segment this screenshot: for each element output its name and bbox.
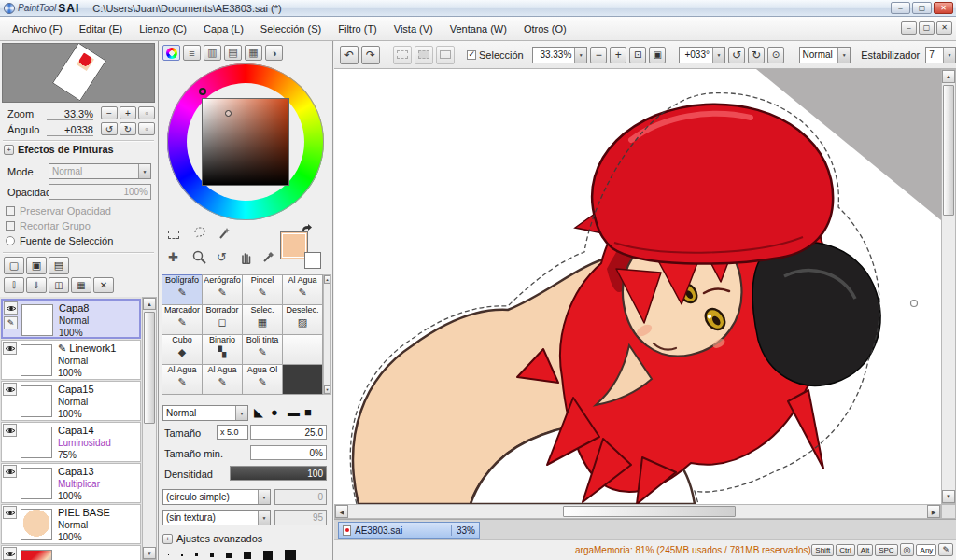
layer-list-scrollbar[interactable]: ▲ ▼ [142, 297, 157, 560]
zoom-in-button[interactable]: + [610, 47, 626, 63]
nib-chisel-icon[interactable]: ▬ [288, 405, 300, 419]
new-layer-button[interactable]: ▢ [4, 257, 24, 274]
nav-zoom-value[interactable]: 33.3% [47, 108, 93, 120]
doc-close-button[interactable]: ✕ [936, 21, 952, 35]
rect-select-tool[interactable] [168, 230, 179, 241]
hue-indicator[interactable] [199, 88, 206, 95]
color-wheel-tab[interactable] [162, 45, 180, 61]
brush-size-preset[interactable] [226, 553, 232, 558]
crop-selection-button[interactable] [436, 46, 455, 64]
tool-selec[interactable]: Selec.▦ [242, 304, 283, 335]
eye-icon[interactable] [3, 383, 17, 396]
nav-zoom-out-button[interactable]: − [101, 106, 118, 119]
canvas[interactable] [334, 69, 941, 504]
menu-vista[interactable]: Vista (V) [386, 20, 442, 38]
sv-indicator[interactable] [225, 110, 232, 117]
size-step-box[interactable]: x 5.0 [217, 425, 248, 440]
eye-icon[interactable] [3, 506, 17, 519]
scroll-down-icon[interactable]: ▼ [324, 385, 330, 394]
color-mixer-tab[interactable]: ▤ [224, 45, 242, 61]
doc-restore-button[interactable]: ▢ [919, 21, 935, 35]
brush-texture-select[interactable]: (sin textura) ▼ [162, 510, 271, 525]
zoom-original-button[interactable]: ▣ [649, 47, 666, 63]
brush-size-preset[interactable] [168, 554, 169, 555]
shift-key-badge[interactable]: Shift [811, 544, 834, 556]
lasso-tool[interactable] [192, 226, 207, 242]
density-slider[interactable]: 100 [230, 466, 327, 481]
merge-down-button[interactable]: ⇓ [26, 277, 47, 293]
clip-group-checkbox[interactable] [6, 221, 15, 231]
hand-tool[interactable] [239, 250, 253, 266]
effects-opacity-slider[interactable]: 100% [49, 184, 151, 200]
tool-pincel[interactable]: Pincel✎ [242, 274, 283, 305]
effects-collapse-button[interactable]: + [4, 145, 14, 155]
min-size-slider[interactable]: 0% [250, 445, 327, 460]
menu-ventana[interactable]: Ventana (W) [442, 20, 515, 38]
angle-combo[interactable]: +033° ▼ [679, 47, 725, 63]
device-mode-badge[interactable]: Any [916, 544, 936, 556]
layer-row-partial[interactable] [1, 545, 141, 560]
sv-square[interactable] [202, 98, 289, 186]
brush-size-preset[interactable] [181, 554, 183, 556]
transfer-down-button[interactable]: ⇩ [4, 277, 24, 293]
nav-zoom-reset-button[interactable]: ▫ [138, 106, 155, 119]
paint-target-icon[interactable]: ✎ [4, 316, 18, 329]
pen-mode-icon[interactable]: ✎ [938, 543, 953, 556]
zoom-out-button[interactable]: − [590, 47, 607, 63]
selection-visible-checkbox[interactable]: ✓ [467, 50, 476, 60]
ctrl-key-badge[interactable]: Ctrl [836, 544, 854, 556]
scroll-down-icon[interactable]: ▼ [942, 490, 955, 503]
scroll-right-icon[interactable]: ▶ [927, 505, 940, 518]
canvas-vscrollbar[interactable]: ▲ ▼ [941, 69, 956, 504]
space-key-badge[interactable]: SPC [875, 544, 897, 556]
brush-shape-select[interactable]: (círculo simple) ▼ [162, 489, 271, 505]
nib-flat-icon[interactable]: ◣ [254, 405, 263, 419]
rotate-reset-button[interactable]: ⊙ [767, 47, 784, 63]
brush-size-preset[interactable] [244, 552, 251, 559]
effects-mode-select[interactable]: Normal ▼ [49, 163, 151, 179]
maximize-button[interactable]: ▢ [912, 2, 932, 14]
new-linework-layer-button[interactable]: ▣ [26, 257, 47, 274]
brush-size-preset[interactable] [263, 551, 273, 560]
eye-icon[interactable] [3, 547, 17, 560]
scrollbar-thumb[interactable] [943, 85, 954, 216]
background-color-swatch[interactable] [304, 252, 321, 269]
nav-angle-value[interactable]: +0338 [47, 124, 93, 136]
menu-seleccion[interactable]: Selección (S) [252, 20, 330, 38]
tool-grid-scrollbar[interactable]: ▲ ▼ [323, 274, 331, 395]
tool-empty-slot[interactable] [282, 334, 323, 365]
document-tab[interactable]: AE3803.sai 33% [338, 522, 480, 539]
menu-lienzo[interactable]: Lienzo (C) [131, 20, 195, 38]
brush-texture-strength[interactable]: 95 [274, 510, 327, 525]
delete-layer-button[interactable]: ✕ [93, 277, 114, 293]
layer-row-capa14[interactable]: Capa14 Luminosidad 75% [1, 422, 141, 462]
scroll-up-icon[interactable]: ▲ [143, 298, 156, 310]
layer-row-piel-base[interactable]: PIEL BASE Normal 100% [1, 504, 141, 544]
layer-row-linework1[interactable]: ✎ Linework1 Normal 100% [1, 340, 141, 380]
rotate-view-tool[interactable]: ↺ [217, 250, 227, 264]
nav-rotate-ccw-button[interactable]: ↺ [101, 122, 118, 135]
layer-row-capa8[interactable]: ✎ Capa8 Normal 100% [1, 299, 141, 339]
tool-aerografo[interactable]: Aerógrafo✎ [202, 274, 243, 305]
tool-al-agua-3[interactable]: Al Agua✎ [202, 364, 243, 395]
advanced-expand-button[interactable]: + [162, 534, 173, 544]
new-folder-button[interactable]: ▤ [49, 257, 69, 274]
menu-editar[interactable]: Editar (E) [71, 20, 131, 38]
menu-archivo[interactable]: Archivo (F) [4, 20, 71, 38]
zoom-combo[interactable]: 33.33% ▼ [532, 47, 588, 63]
rotate-ccw-button[interactable]: ↺ [728, 47, 745, 63]
pan-mode-icon[interactable]: ◎ [900, 543, 915, 556]
nav-rotate-cw-button[interactable]: ↻ [120, 122, 136, 135]
tool-borrador[interactable]: Borrador◻ [202, 304, 243, 335]
zoom-tool[interactable] [192, 250, 206, 266]
stabilizer-select[interactable]: 7 ▼ [925, 47, 956, 63]
tool-binario[interactable]: Binario▚ [202, 334, 243, 365]
scroll-up-icon[interactable]: ▲ [942, 70, 955, 83]
tool-boligrafo[interactable]: Bolígrafo✎ [162, 274, 203, 305]
swatches-tab[interactable]: ▦ [245, 45, 262, 61]
nav-angle-reset-button[interactable]: ▫ [138, 122, 155, 135]
zoom-fit-button[interactable]: ⊡ [629, 47, 646, 63]
eye-icon[interactable] [3, 342, 17, 355]
tool-cubo[interactable]: Cubo◆ [162, 334, 203, 365]
eye-icon[interactable] [4, 301, 18, 315]
